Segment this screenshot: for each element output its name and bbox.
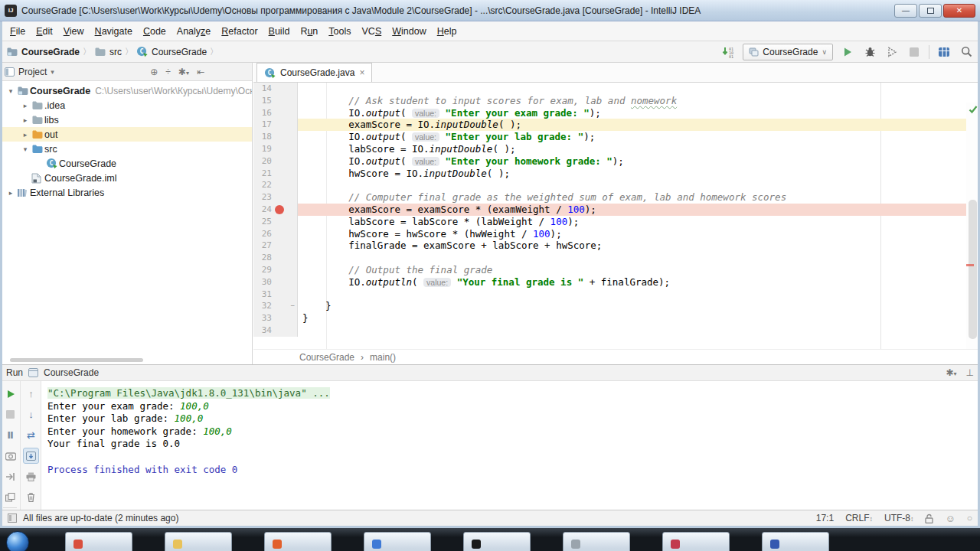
menu-item-run[interactable]: Run	[295, 24, 323, 39]
down-stack-icon[interactable]: ↓	[23, 406, 39, 422]
gutter-line-34[interactable]: 34	[253, 324, 298, 337]
code-line-30[interactable]: 30 IO.outputln( value: "Your final grade…	[253, 276, 980, 289]
tab-coursegrade-java[interactable]: C CourseGrade.java ×	[256, 63, 372, 82]
chevron-down-icon[interactable]: ▾	[21, 145, 30, 153]
breakpoint-icon[interactable]	[275, 205, 284, 214]
sort-digits-icon[interactable]: 011001	[720, 44, 736, 60]
code-line-22[interactable]: 22	[253, 179, 980, 191]
code-line-17[interactable]: 17 examScore = IO.inputDouble( );	[253, 119, 980, 131]
locate-icon[interactable]: ⊕	[150, 67, 158, 77]
run-console-output[interactable]: "C:\Program Files\Java\jdk1.8.0_131\bin\…	[43, 381, 980, 510]
breadcrumb-item-src[interactable]: src	[94, 47, 122, 57]
taskbar-button-7[interactable]	[662, 532, 730, 551]
divide-icon[interactable]: ÷	[165, 67, 171, 77]
coverage-button[interactable]	[884, 44, 900, 60]
menu-item-analyze[interactable]: Analyze	[172, 24, 216, 39]
settings-icon[interactable]: ✱▾	[946, 367, 956, 378]
run-configuration-select[interactable]: CourseGrade ∨	[743, 44, 833, 60]
run-button[interactable]	[840, 44, 855, 60]
settings-icon[interactable]: ✱▾	[178, 67, 189, 77]
chevron-right-icon[interactable]: ▸	[21, 102, 30, 109]
taskbar-button-8[interactable]	[762, 532, 829, 551]
window-title-bar[interactable]: IJ CourseGrade [C:\Users\user\Work\Курсы…	[0, 0, 980, 21]
gutter-line-26[interactable]: 26	[253, 228, 298, 240]
code-line-29[interactable]: 29 // Output the final grade	[253, 264, 980, 276]
menu-item-refactor[interactable]: Refactor	[216, 24, 263, 39]
menu-item-vcs[interactable]: VCS	[357, 24, 387, 39]
code-line-23[interactable]: 23 // Computer final grade as the weight…	[253, 191, 980, 204]
code-line-20[interactable]: 20 IO.output( value: "Enter your homewor…	[253, 155, 980, 168]
menu-item-navigate[interactable]: Navigate	[90, 24, 138, 39]
gutter-line-18[interactable]: 18	[253, 131, 298, 143]
encoding-indicator[interactable]: UTF-8↕	[884, 513, 914, 523]
print-icon[interactable]	[23, 468, 39, 484]
gutter-line-30[interactable]: 30	[253, 276, 298, 289]
menu-item-window[interactable]: Window	[387, 24, 431, 39]
breadcrumb-item-coursegrade[interactable]: CCourseGrade	[136, 46, 207, 57]
breadcrumb-item-coursegrade[interactable]: CourseGrade	[6, 47, 80, 57]
code-line-19[interactable]: 19 labScore = IO.inputDouble( );	[253, 143, 980, 155]
close-button[interactable]: ✕	[943, 4, 975, 18]
line-ending-indicator[interactable]: CRLF↕	[845, 513, 873, 523]
gutter-line-28[interactable]: 28	[253, 252, 298, 264]
menu-item-view[interactable]: View	[58, 24, 90, 39]
minimize-button[interactable]: —	[894, 4, 917, 18]
chevron-right-icon[interactable]: ▸	[6, 189, 15, 197]
gutter-line-19[interactable]: 19	[253, 143, 298, 155]
taskbar-button-1[interactable]	[65, 532, 132, 551]
code-editor-area[interactable]: 1415 // Ask student to input scores for …	[253, 83, 980, 349]
gutter-line-22[interactable]: 22	[253, 179, 298, 191]
code-line-18[interactable]: 18 IO.output( value: "Enter your lab gra…	[253, 131, 980, 143]
menu-item-build[interactable]: Build	[263, 24, 296, 39]
scroll-to-end-icon[interactable]	[23, 448, 39, 464]
search-icon[interactable]	[959, 44, 974, 60]
pause-output-icon[interactable]: Ⅱ	[2, 427, 18, 443]
code-line-34[interactable]: 34	[253, 324, 980, 337]
gutter-line-32[interactable]: 32−	[253, 300, 298, 312]
code-line-15[interactable]: 15 // Ask student to input scores for ex…	[253, 95, 980, 107]
code-line-28[interactable]: 28	[253, 252, 980, 264]
lock-icon[interactable]	[925, 514, 933, 523]
cell-grid-icon[interactable]	[936, 44, 952, 60]
tree-item-out[interactable]: ▸out	[0, 127, 252, 142]
editor-breadcrumb-item[interactable]: main()	[370, 352, 396, 363]
stop-button[interactable]	[906, 44, 922, 60]
rerun-icon[interactable]	[2, 386, 18, 402]
toolwindow-toggle-icon[interactable]	[8, 514, 17, 523]
code-line-33[interactable]: 33}	[253, 312, 980, 324]
tree-item-coursegrade-iml[interactable]: CourseGrade.iml	[0, 171, 252, 185]
code-line-24[interactable]: 24 examScore = examScore * (examWeight /…	[253, 204, 980, 216]
tab-close-icon[interactable]: ×	[359, 67, 364, 78]
taskbar-button-4[interactable]	[364, 532, 431, 551]
chevron-down-icon[interactable]: ▾	[6, 87, 15, 95]
code-line-16[interactable]: 16 IO.output( value: "Enter your exam gr…	[253, 107, 980, 119]
gutter-line-27[interactable]: 27	[253, 240, 298, 252]
taskbar-button-2[interactable]	[165, 532, 232, 551]
up-stack-icon[interactable]: ↑	[23, 386, 39, 402]
stop-icon[interactable]	[2, 406, 18, 422]
exit-icon[interactable]	[2, 468, 18, 484]
code-line-14[interactable]: 14	[253, 83, 980, 95]
gutter-line-31[interactable]: 31	[253, 289, 298, 301]
menu-item-code[interactable]: Code	[138, 24, 172, 39]
gutter-line-17[interactable]: 17	[253, 119, 298, 131]
taskbar-button-6[interactable]	[563, 532, 630, 551]
code-line-32[interactable]: 32− }	[253, 300, 980, 312]
tree-item-coursegrade[interactable]: ▾CourseGradeC:\Users\user\Work\Курсы\Ude…	[0, 83, 252, 98]
gutter-line-14[interactable]: 14	[253, 83, 298, 95]
caret-position[interactable]: 17:1	[816, 513, 834, 523]
tree-item--idea[interactable]: ▸.idea	[0, 98, 252, 112]
project-panel-header[interactable]: Project ▾ ⊕ ÷ ✱▾ ⇤	[0, 63, 252, 81]
debug-button[interactable]	[862, 44, 877, 60]
clear-all-icon[interactable]	[23, 489, 39, 505]
gutter-line-16[interactable]: 16	[253, 107, 298, 119]
menu-item-file[interactable]: File	[5, 24, 31, 39]
horizontal-scrollbar[interactable]	[10, 358, 143, 362]
tree-item-libs[interactable]: ▸libs	[0, 112, 252, 127]
tree-item-external-libraries[interactable]: ▸External Libraries	[0, 185, 252, 200]
code-line-27[interactable]: 27 finalGrade = examScore + labScore + h…	[253, 240, 980, 252]
gutter-line-29[interactable]: 29	[253, 264, 298, 276]
gutter-line-20[interactable]: 20	[253, 155, 298, 168]
screenshot-icon[interactable]	[2, 448, 18, 464]
menu-item-edit[interactable]: Edit	[31, 24, 58, 39]
